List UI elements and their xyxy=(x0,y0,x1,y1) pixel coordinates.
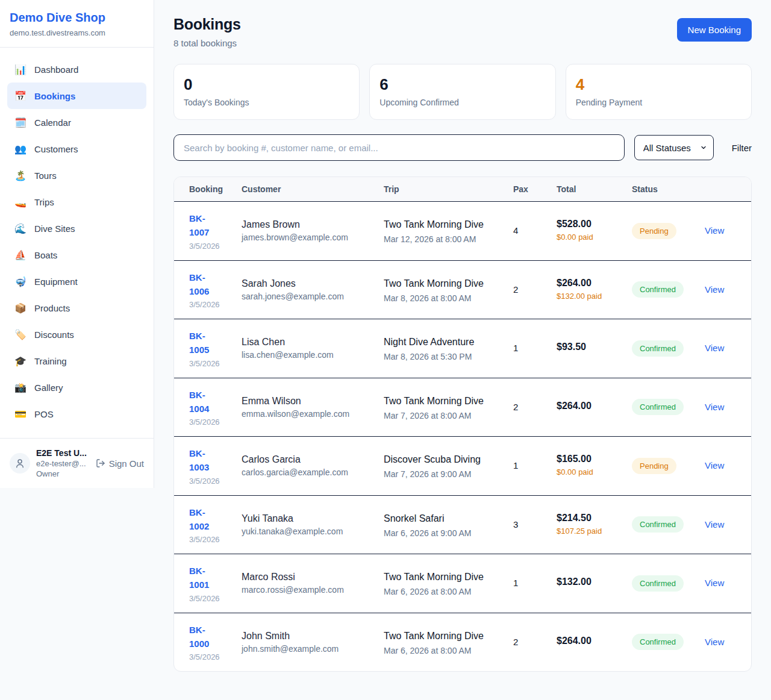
view-link[interactable]: View xyxy=(705,460,724,470)
stat-label: Upcoming Confirmed xyxy=(379,98,545,107)
shop-domain: demo.test.divestreams.com xyxy=(10,28,144,37)
status-badge: Confirmed xyxy=(632,516,684,533)
booking-date: 3/5/2026 xyxy=(189,477,236,486)
total-amount: $528.00 xyxy=(557,219,626,230)
status-badge: Confirmed xyxy=(632,340,684,357)
status-badge: Pending xyxy=(632,223,676,239)
sidebar-item-discounts[interactable]: 🏷️ Discounts xyxy=(7,321,146,348)
booking-id-link[interactable]: BK-1002 xyxy=(189,505,224,534)
search-input[interactable] xyxy=(173,134,625,161)
table-row: BK-1002 3/5/2026 Yuki Tanaka yuki.tanaka… xyxy=(174,495,751,554)
customer-email: james.brown@example.com xyxy=(242,233,378,242)
trip-name: Two Tank Morning Dive xyxy=(384,277,487,291)
pax-count: 1 xyxy=(513,343,518,353)
paid-amount: $107.25 paid xyxy=(557,526,605,537)
booking-id-link[interactable]: BK-1004 xyxy=(189,388,224,416)
bookings-table-card: Booking Customer Trip Pax Total Status B… xyxy=(173,177,752,672)
avatar xyxy=(10,453,30,473)
status-badge: Confirmed xyxy=(632,281,684,298)
stat-cards: 0 Today's Bookings 6 Upcoming Confirmed … xyxy=(173,64,752,120)
sidebar-item-training[interactable]: 🎓 Training xyxy=(7,348,146,374)
sidebar-item-tours[interactable]: 🏝️ Tours xyxy=(7,162,146,189)
user-info: E2E Test U... e2e-tester@... Owner xyxy=(36,448,87,478)
customer-email: emma.wilson@example.com xyxy=(242,409,378,419)
table-header-row: Booking Customer Trip Pax Total Status xyxy=(174,177,751,202)
total-amount: $264.00 xyxy=(557,278,626,289)
total-amount: $132.00 xyxy=(557,577,626,587)
filter-button[interactable]: Filter xyxy=(732,143,752,153)
pax-count: 4 xyxy=(513,225,518,236)
booking-id-link[interactable]: BK-1007 xyxy=(189,211,224,240)
sidebar-item-gallery[interactable]: 📸 Gallery xyxy=(7,374,146,401)
pax-count: 1 xyxy=(513,460,518,470)
total-amount: $165.00 xyxy=(557,454,626,464)
app-window: Demo Dive Shop demo.test.divestreams.com… xyxy=(0,0,771,700)
view-link[interactable]: View xyxy=(705,284,724,295)
diving-mask-icon: 🤿 xyxy=(14,276,27,287)
status-badge: Confirmed xyxy=(632,399,684,415)
booking-id-link[interactable]: BK-1003 xyxy=(189,446,224,475)
pax-count: 2 xyxy=(513,402,518,412)
sign-out-icon xyxy=(96,458,105,468)
table-row: BK-1003 3/5/2026 Carlos Garcia carlos.ga… xyxy=(174,437,751,496)
booking-id-link[interactable]: BK-1000 xyxy=(189,623,224,651)
customer-name: Lisa Chen xyxy=(242,337,378,348)
stat-card-todays-bookings: 0 Today's Bookings xyxy=(173,64,360,120)
sidebar-item-bookings[interactable]: 📅 Bookings xyxy=(7,83,146,109)
people-icon: 👥 xyxy=(14,143,27,155)
booking-id-link[interactable]: BK-1001 xyxy=(189,564,224,592)
speedboat-icon: 🚤 xyxy=(14,196,27,208)
status-select[interactable]: All Statuses xyxy=(634,135,714,160)
spiral-calendar-icon: 🗓️ xyxy=(14,117,27,128)
sidebar-item-dashboard[interactable]: 📊 Dashboard xyxy=(7,56,146,83)
status-select-wrap: All Statuses xyxy=(634,135,714,160)
trip-name: Two Tank Morning Dive xyxy=(384,629,487,643)
total-amount: $93.50 xyxy=(557,342,626,352)
column-header-status: Status xyxy=(632,177,705,202)
sidebar-item-customers[interactable]: 👥 Customers xyxy=(7,136,146,162)
camera-icon: 📸 xyxy=(14,382,27,393)
sidebar-item-equipment[interactable]: 🤿 Equipment xyxy=(7,268,146,295)
trip-datetime: Mar 7, 2026 at 9:00 AM xyxy=(384,469,507,479)
customer-name: James Brown xyxy=(242,219,378,230)
view-link[interactable]: View xyxy=(705,402,724,412)
booking-id-link[interactable]: BK-1006 xyxy=(189,270,224,299)
view-link[interactable]: View xyxy=(705,519,724,530)
sidebar-item-dive-sites[interactable]: 🌊 Dive Sites xyxy=(7,215,146,242)
pax-count: 2 xyxy=(513,637,518,647)
sidebar-item-trips[interactable]: 🚤 Trips xyxy=(7,189,146,215)
booking-date: 3/5/2026 xyxy=(189,242,236,251)
column-header-pax: Pax xyxy=(513,177,557,202)
booking-date: 3/5/2026 xyxy=(189,359,236,368)
trip-name: Two Tank Morning Dive xyxy=(384,217,487,232)
booking-id-link[interactable]: BK-1005 xyxy=(189,329,224,357)
trip-name: Two Tank Morning Dive xyxy=(384,394,487,408)
view-link[interactable]: View xyxy=(705,578,724,588)
view-link[interactable]: View xyxy=(705,637,724,647)
bar-chart-icon: 📊 xyxy=(14,64,27,75)
trip-datetime: Mar 6, 2026 at 8:00 AM xyxy=(384,587,507,596)
trip-datetime: Mar 8, 2026 at 8:00 AM xyxy=(384,293,507,303)
table-row: BK-1000 3/5/2026 John Smith john.smith@e… xyxy=(174,613,751,671)
sign-out-button[interactable]: Sign Out xyxy=(96,458,144,469)
user-name: E2E Test U... xyxy=(36,448,87,458)
stat-value: 4 xyxy=(576,75,741,94)
customer-email: marco.rossi@example.com xyxy=(242,585,378,595)
user-panel: E2E Test U... e2e-tester@... Owner Sign … xyxy=(0,438,154,488)
sidebar-item-pos[interactable]: 💳 POS xyxy=(7,401,146,427)
calendar-icon: 📅 xyxy=(14,90,27,102)
view-link[interactable]: View xyxy=(705,343,724,353)
column-header-trip: Trip xyxy=(384,177,513,202)
sidebar-item-calendar[interactable]: 🗓️ Calendar xyxy=(7,109,146,136)
stat-label: Pending Payment xyxy=(576,98,741,107)
sidebar-header: Demo Dive Shop demo.test.divestreams.com xyxy=(0,0,154,48)
tag-icon: 🏷️ xyxy=(14,329,27,340)
column-header-booking: Booking xyxy=(174,177,242,202)
customer-email: sarah.jones@example.com xyxy=(242,292,378,301)
sidebar-item-boats[interactable]: ⛵ Boats xyxy=(7,242,146,268)
new-booking-button[interactable]: New Booking xyxy=(677,18,752,42)
sidebar-item-products[interactable]: 📦 Products xyxy=(7,295,146,321)
trip-datetime: Mar 8, 2026 at 5:30 PM xyxy=(384,352,507,361)
customer-name: Carlos Garcia xyxy=(242,454,378,465)
view-link[interactable]: View xyxy=(705,225,724,236)
